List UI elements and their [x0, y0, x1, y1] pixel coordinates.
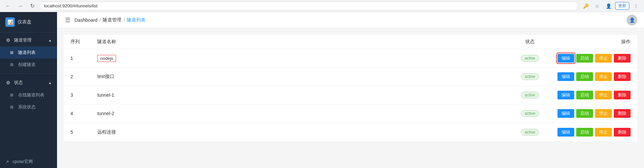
row-3-delete-button[interactable]: 删除 [614, 91, 631, 99]
status-label: 状态 [14, 80, 23, 86]
top-bar: ☰ Dashboard / 隧道管理 / 隧道列表 👤 [57, 12, 644, 28]
sidebar-item-online-tunnels[interactable]: ⊞ 在线隧道列表 [0, 89, 57, 101]
row-2-delete-button[interactable]: 删除 [614, 72, 631, 81]
tunnel-mgmt-chevron: ▲ [48, 38, 52, 42]
profile-icon[interactable]: 👤 [604, 1, 613, 11]
row-3-actions: 编辑 启动 停止 删除 [550, 91, 631, 99]
breadcrumb-current: 隧道列表 [127, 17, 146, 23]
row-5-delete-button[interactable]: 删除 [614, 128, 631, 137]
browser-actions: 🔑 ☆ 👤 更新 ⋮ [581, 1, 641, 11]
browser-chrome: ← → ↻ localhost:9200/#/tunnels/list 🔑 ☆ … [0, 0, 644, 12]
update-button[interactable]: 更新 [615, 2, 629, 10]
user-avatar[interactable]: 👤 [627, 15, 637, 25]
sidebar-item-tunnel-list[interactable]: ⊞ 隧道列表 [0, 47, 57, 59]
col-header-actions: 操作 [550, 39, 631, 45]
sidebar-logo[interactable]: 📊 仪表盘 [0, 12, 57, 32]
row-5-status: active [510, 129, 550, 136]
table-row: 4 tunnel-2 active 编辑 启动 停止 删除 [64, 104, 637, 123]
sidebar: 📊 仪表盘 ⚙ 隧道管理 ▲ ⊞ 隧道列表 ⊞ 创建隧道 ⚙ 状态 [0, 12, 57, 168]
table-header: 序列 隧道名称 状态 操作 [64, 35, 637, 49]
top-bar-right: 👤 [627, 15, 637, 25]
row-2-actions: 编辑 启动 停止 删除 [550, 72, 631, 81]
external-link-icon: ↗ [5, 159, 9, 164]
row-4-delete-button[interactable]: 删除 [614, 109, 631, 118]
logo-icon: 📊 [5, 17, 15, 27]
status-badge: active [521, 92, 539, 98]
row-3-stop-button[interactable]: 停止 [595, 91, 612, 99]
row-1-delete-button[interactable]: 删除 [614, 54, 631, 63]
table-row: 5 远程连接 active 编辑 启动 停止 删除 [64, 123, 637, 141]
row-5-edit-button[interactable]: 编辑 [557, 128, 574, 137]
row-1-start-button[interactable]: 启动 [576, 54, 593, 63]
col-header-name: 隧道名称 [97, 39, 510, 45]
sidebar-logo-text: 仪表盘 [17, 19, 32, 25]
row-1-edit-button[interactable]: 编辑 [557, 54, 574, 63]
row-3-start-button[interactable]: 启动 [576, 91, 593, 99]
row-2-edit-button[interactable]: 编辑 [557, 72, 574, 81]
tunnel-management-header[interactable]: ⚙ 隧道管理 ▲ [0, 34, 57, 47]
row-2-start-button[interactable]: 启动 [576, 72, 593, 81]
create-tunnel-label: 创建隧道 [18, 62, 36, 68]
online-tunnel-icon: ⊞ [10, 93, 15, 97]
col-header-index: 序列 [70, 39, 97, 45]
row-4-edit-button[interactable]: 编辑 [557, 109, 574, 118]
row-4-index: 4 [70, 111, 97, 116]
sidebar-item-system-status[interactable]: ⊞ 系统状态 [0, 101, 57, 113]
row-1-stop-button[interactable]: 停止 [595, 54, 612, 63]
system-status-label: 系统状态 [18, 104, 36, 110]
address-text: localhost:9200/#/tunnels/list [44, 3, 98, 8]
status-badge: active [521, 129, 539, 136]
hamburger-button[interactable]: ☰ [64, 15, 72, 25]
address-bar[interactable]: localhost:9200/#/tunnels/list [40, 2, 578, 10]
table-row: 3 tunnel-1 active 编辑 启动 停止 删除 [64, 86, 637, 104]
main-content: ☰ Dashboard / 隧道管理 / 隧道列表 👤 序列 隧道名称 状态 操… [57, 12, 644, 168]
breadcrumb: Dashboard / 隧道管理 / 隧道列表 [74, 17, 146, 23]
row-2-status: active [510, 73, 550, 80]
row-2-stop-button[interactable]: 停止 [595, 72, 612, 81]
content-area: 序列 隧道名称 状态 操作 1 nodejs active [57, 28, 644, 168]
breadcrumb-sep-1: / [100, 17, 101, 23]
row-1-actions: 编辑 启动 停止 删除 [550, 54, 631, 63]
sidebar-item-create-tunnel[interactable]: ⊞ 创建隧道 [0, 59, 57, 71]
forward-button[interactable]: → [15, 1, 25, 11]
row-5-start-button[interactable]: 启动 [576, 128, 593, 137]
breadcrumb-sep-2: / [123, 17, 125, 23]
row-4-start-button[interactable]: 启动 [576, 109, 593, 118]
back-button[interactable]: ← [3, 1, 13, 11]
row-3-index: 3 [70, 92, 97, 98]
row-4-actions: 编辑 启动 停止 删除 [550, 109, 631, 118]
status-chevron: ▲ [48, 81, 52, 85]
tunnel-mgmt-icon: ⚙ [5, 37, 11, 43]
create-tunnel-icon: ⊞ [10, 62, 15, 67]
system-status-icon: ⊞ [10, 105, 15, 109]
reload-button[interactable]: ↻ [28, 1, 37, 11]
breadcrumb-dashboard[interactable]: Dashboard [74, 17, 98, 23]
menu-icon[interactable]: ⋮ [631, 1, 641, 11]
sidebar-external-link[interactable]: ↗ cpolar官网 [0, 155, 57, 168]
status-header[interactable]: ⚙ 状态 ▲ [0, 76, 57, 89]
table-row: 1 nodejs active 编辑 启动 停止 删除 [64, 49, 637, 68]
status-icon: ⚙ [5, 80, 11, 85]
status-badge: active [521, 110, 539, 117]
tunnel-management-section: ⚙ 隧道管理 ▲ ⊞ 隧道列表 ⊞ 创建隧道 [0, 32, 57, 72]
row-4-stop-button[interactable]: 停止 [595, 109, 612, 118]
row-5-index: 5 [70, 130, 97, 135]
tunnel-list-label: 隧道列表 [18, 50, 36, 56]
status-section: ⚙ 状态 ▲ ⊞ 在线隧道列表 ⊞ 系统状态 [0, 75, 57, 114]
external-link-label: cpolar官网 [12, 159, 33, 165]
key-icon[interactable]: 🔑 [581, 1, 590, 11]
app-layout: 📊 仪表盘 ⚙ 隧道管理 ▲ ⊞ 隧道列表 ⊞ 创建隧道 ⚙ 状态 [0, 12, 644, 168]
row-1-index: 1 [70, 56, 97, 61]
row-1-status: active [510, 55, 550, 62]
row-2-index: 2 [70, 74, 97, 79]
col-header-status: 状态 [510, 39, 550, 45]
online-tunnel-label: 在线隧道列表 [18, 92, 44, 98]
breadcrumb-tunnel-mgmt[interactable]: 隧道管理 [103, 17, 121, 23]
row-3-status: active [510, 92, 550, 98]
table-row: 2 test接口 active 编辑 启动 停止 删除 [64, 68, 637, 86]
row-3-edit-button[interactable]: 编辑 [557, 91, 574, 99]
bookmark-icon[interactable]: ☆ [592, 1, 602, 11]
row-5-stop-button[interactable]: 停止 [595, 128, 612, 137]
row-4-name: tunnel-2 [97, 111, 510, 116]
row-3-name: tunnel-1 [97, 92, 510, 98]
